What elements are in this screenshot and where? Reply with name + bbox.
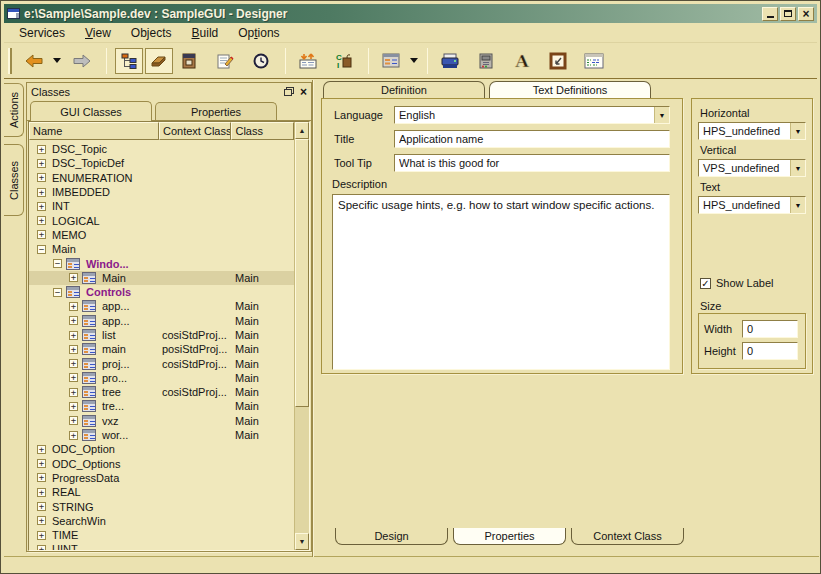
tree-row[interactable]: +app...Main [29,299,294,313]
tree-row[interactable]: +SearchWin [29,514,294,528]
expand-icon[interactable]: + [37,159,46,168]
import-export-button[interactable] [294,48,322,74]
description-textarea[interactable]: Specific usage hints, e.g. how to start … [332,194,670,370]
tree-row[interactable]: −Windo... [29,256,294,270]
tree-row[interactable]: +LOGICAL [29,213,294,227]
text-dropdown-button[interactable]: ▼ [790,197,805,213]
tooltip-input[interactable] [394,154,670,172]
expand-icon[interactable]: + [37,502,46,511]
collapse-icon[interactable]: − [53,259,62,268]
horizontal-dropdown[interactable]: HPS_undefined ▼ [698,122,806,140]
scroll-up-button[interactable]: ▲ [295,122,309,139]
maximize-button[interactable] [780,7,796,21]
tree-row[interactable]: +REAL [29,485,294,499]
scrollbar-track[interactable] [295,139,309,533]
title-input[interactable] [394,130,670,148]
tree-row[interactable]: +TIME [29,528,294,542]
minimize-button[interactable] [762,7,778,21]
browse-mode-button[interactable] [145,48,173,74]
tree-row[interactable]: +INT [29,199,294,213]
expand-icon[interactable]: + [37,531,46,540]
window-list-button[interactable] [580,48,608,74]
forward-button[interactable] [68,48,96,74]
expand-icon[interactable]: + [69,388,78,397]
edit-definition-button[interactable] [211,48,239,74]
show-label-checkbox[interactable]: ✓ Show Label [700,277,774,289]
menu-item-services[interactable]: Services [10,24,74,42]
tree-row[interactable]: +app...Main [29,314,294,328]
column-header-context-class[interactable]: Context Class [159,122,231,140]
tree-row[interactable]: +wor...Main [29,428,294,442]
expand-icon[interactable]: + [69,373,78,382]
tree-row[interactable]: −Main [29,242,294,256]
language-dropdown[interactable]: English ▼ [394,106,670,124]
menu-item-view[interactable]: View [76,24,120,42]
tab-text-definitions[interactable]: Text Definitions [489,81,651,98]
tree-row[interactable]: +tre...Main [29,399,294,413]
expand-icon[interactable]: + [69,359,78,368]
expand-icon[interactable]: + [69,273,78,282]
expand-icon[interactable]: + [69,345,78,354]
expand-icon[interactable]: + [37,473,46,482]
text-dropdown[interactable]: HPS_undefined ▼ [698,196,806,214]
tree-scrollbar[interactable]: ▲ ▼ [294,122,309,550]
menu-item-build[interactable]: Build [183,24,228,42]
compile-button[interactable]: CI [330,48,358,74]
close-button[interactable]: × [798,7,814,21]
back-history-dropdown[interactable] [50,48,64,74]
expand-icon[interactable]: + [37,488,46,497]
tree-row[interactable]: +ProgressData [29,471,294,485]
tree-row[interactable]: +pro...Main [29,371,294,385]
vertical-dropdown-button[interactable]: ▼ [790,160,805,176]
image-button[interactable] [544,48,572,74]
tree-row[interactable]: +proj...cosiStdProj...Main [29,356,294,370]
expand-icon[interactable]: + [69,316,78,325]
expand-icon[interactable]: + [69,431,78,440]
expand-icon[interactable]: + [37,459,46,468]
expand-icon[interactable]: + [69,402,78,411]
tree-row[interactable]: +STRING [29,499,294,513]
print-button[interactable] [436,48,464,74]
tree-row[interactable]: +treecosiStdProj...Main [29,385,294,399]
tab-definition[interactable]: Definition [323,81,485,98]
menu-item-options[interactable]: Options [229,24,288,42]
collapse-icon[interactable]: − [37,245,46,254]
tree-row[interactable]: +IMBEDDED [29,185,294,199]
scrollbar-thumb[interactable] [295,139,309,407]
tree-row[interactable]: +listcosiStdProj...Main [29,328,294,342]
width-input[interactable] [742,320,798,338]
tree-row[interactable]: +UINT [29,542,294,550]
tab-design[interactable]: Design [335,528,448,545]
expand-icon[interactable]: + [69,302,78,311]
history-button[interactable] [247,48,275,74]
expand-icon[interactable]: + [69,331,78,340]
library-button[interactable] [175,48,203,74]
tab-context-class[interactable]: Context Class [571,528,684,545]
tree-row[interactable]: +ODC_Option [29,442,294,456]
hierarchy-view-button[interactable] [115,48,143,74]
language-dropdown-button[interactable]: ▼ [654,107,669,123]
expand-icon[interactable]: + [37,202,46,211]
expand-icon[interactable]: + [37,173,46,182]
expand-icon[interactable]: + [37,230,46,239]
expand-icon[interactable]: + [37,516,46,525]
sidebar-tab-actions[interactable]: Actions [4,83,24,137]
height-input[interactable] [742,342,798,360]
float-panel-button[interactable] [284,87,294,96]
toolbar-handle[interactable] [8,48,12,74]
expand-icon[interactable]: + [37,145,46,154]
tree-row[interactable]: +MainMain [29,271,294,285]
menu-item-objects[interactable]: Objects [122,24,181,42]
expand-icon[interactable]: + [37,445,46,454]
form-view-button[interactable] [377,48,405,74]
tree-row[interactable]: +ODC_Options [29,457,294,471]
vertical-dropdown[interactable]: VPS_undefined ▼ [698,159,806,177]
back-button[interactable] [20,48,48,74]
tab-gui-classes[interactable]: GUI Classes [30,101,152,121]
close-panel-button[interactable]: × [300,87,307,97]
form-view-dropdown[interactable] [407,48,421,74]
tree-row[interactable]: −Controls [29,285,294,299]
server-button[interactable] [472,48,500,74]
tree-row[interactable]: +mainposiStdProj...Main [29,342,294,356]
tab-properties[interactable]: Properties [155,102,277,120]
